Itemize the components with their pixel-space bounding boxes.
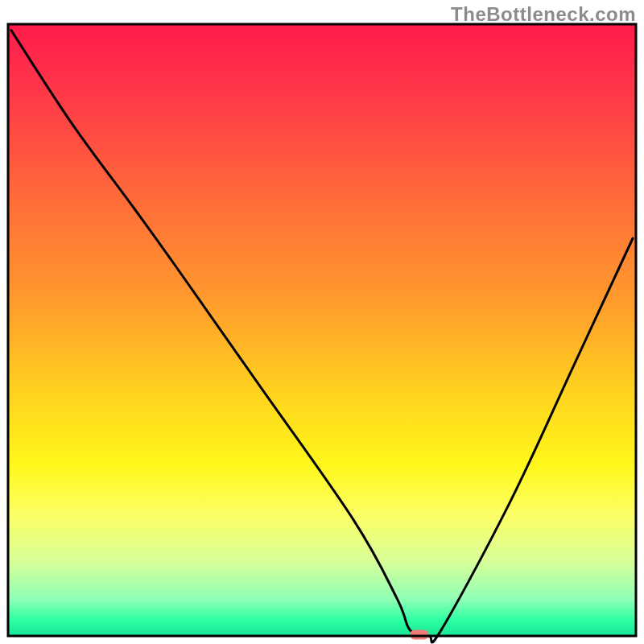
bottleneck-chart	[0, 0, 644, 644]
watermark-text: TheBottleneck.com	[451, 3, 636, 26]
optimal-marker	[410, 630, 428, 639]
gradient-background	[8, 24, 636, 636]
chart-stage: TheBottleneck.com	[0, 0, 644, 644]
